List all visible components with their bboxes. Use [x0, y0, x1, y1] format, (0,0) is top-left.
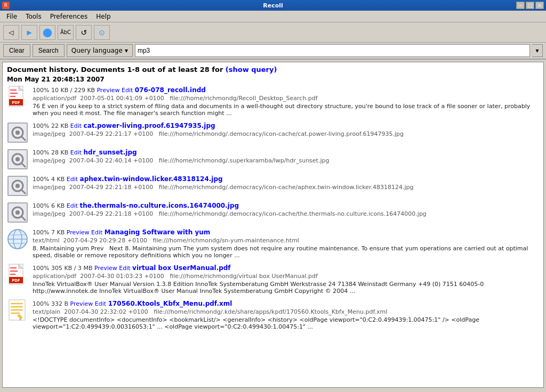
titlebar-left: R: [2, 2, 10, 9]
svg-text:PDF: PDF: [12, 279, 20, 283]
search-dropdown-button[interactable]: ▾: [532, 44, 543, 57]
edit-link[interactable]: Edit: [70, 149, 82, 156]
list-item: 100% 4 KB Edit aphex.twin-window.licker.…: [7, 175, 539, 197]
clear-button[interactable]: Clear: [3, 44, 30, 57]
results-header: Document history. Documents 1-8 out of a…: [7, 66, 539, 74]
result-snippet: 76 E ven if you keep to a strict system …: [33, 103, 539, 117]
edit-link[interactable]: Edit: [95, 300, 106, 307]
searchbar: Clear Search Query language ▾ ▾: [0, 43, 546, 60]
result-snippet: 8. Maintaining yum Prev Next 8. Maintain…: [33, 245, 539, 259]
result-content: 100% 4 KB Edit aphex.twin-window.licker.…: [33, 175, 539, 191]
result-size: 6 KB: [51, 202, 67, 209]
result-content: 100% 22 KB Edit cat.power-living.proof.6…: [33, 122, 539, 137]
list-item: PDF 100% 305 KB / 3 MB Preview Edit virt…: [7, 264, 539, 295]
result-path: image/jpeg 2007-04-29 22:21:18 +0100 fil…: [33, 184, 539, 191]
edit-link[interactable]: Edit: [67, 202, 78, 209]
menubar: File Tools Preferences Help: [0, 11, 546, 22]
list-item: 100% 7 KB Preview Edit Managing Software…: [7, 228, 539, 259]
result-path: image/jpeg 2007-04-30 22:40:14 +0100 fil…: [33, 157, 539, 164]
menu-preferences[interactable]: Preferences: [46, 12, 92, 21]
result-filename[interactable]: hdr_sunset.jpg: [84, 149, 137, 156]
close-button[interactable]: ×: [535, 2, 544, 9]
menu-file[interactable]: File: [2, 12, 21, 21]
query-language-dropdown-icon: ▾: [125, 47, 128, 54]
result-filename[interactable]: aphex.twin-window.licker.48318124.jpg: [80, 175, 223, 183]
preview-link[interactable]: Preview: [97, 87, 120, 94]
result-snippet: InnoTek VirtualBox® User Manual Version …: [33, 281, 539, 295]
preview-link[interactable]: Preview: [70, 300, 93, 307]
result-meta: 100% 10 KB / 229 KB Preview Edit 076-078…: [33, 86, 539, 94]
result-icon-text: [7, 300, 28, 321]
result-meta: 100% 28 KB Edit hdr_sunset.jpg: [33, 149, 539, 156]
result-score: 100%: [33, 149, 49, 156]
search-button[interactable]: Search: [33, 44, 65, 57]
toolbar: ◁ ▶ ⬤ ÂbC ↺ ⊙: [0, 22, 546, 43]
result-size: 332 B: [51, 300, 70, 307]
preview-link[interactable]: Preview: [67, 229, 90, 236]
results-summary: Documents 1-8 out of at least 28 for: [81, 66, 226, 74]
minimize-button[interactable]: −: [516, 2, 525, 9]
result-filename[interactable]: 170560.Ktools_Kbfx_Menu.pdf.xml: [108, 300, 232, 307]
date-header: Mon May 21 20:48:13 2007: [7, 76, 539, 83]
result-score: 100%: [33, 202, 49, 209]
search-input[interactable]: [135, 44, 530, 57]
show-query-link[interactable]: (show query): [226, 66, 277, 74]
result-content: 100% 305 KB / 3 MB Preview Edit virtual …: [33, 264, 539, 295]
result-meta: 100% 6 KB Edit the.thermals-no.culture.i…: [33, 202, 539, 209]
svg-text:PDF: PDF: [12, 101, 20, 105]
results-area: Document history. Documents 1-8 out of a…: [2, 62, 544, 388]
list-item: 100% 28 KB Edit hdr_sunset.jpg image/jpe…: [7, 149, 539, 170]
app-icon: R: [2, 2, 10, 9]
result-size: 28 KB: [51, 149, 70, 156]
result-filename[interactable]: cat.power-living.proof.61947935.jpg: [84, 122, 215, 129]
result-meta: 100% 305 KB / 3 MB Preview Edit virtual …: [33, 264, 539, 272]
result-content: 100% 6 KB Edit the.thermals-no.culture.i…: [33, 202, 539, 217]
maximize-button[interactable]: □: [526, 2, 534, 9]
edit-link[interactable]: Edit: [122, 87, 133, 94]
svg-point-6: [15, 130, 20, 135]
result-size: 7 KB: [51, 229, 67, 236]
result-score: 100%: [33, 229, 49, 236]
result-filename[interactable]: 076-078_recoll.indd: [135, 86, 206, 94]
back-button[interactable]: ◁: [3, 25, 19, 40]
doc-history-title: Document history.: [7, 66, 78, 74]
menu-help[interactable]: Help: [92, 12, 115, 21]
result-filename[interactable]: the.thermals-no.culture.icons.16474000.j…: [80, 202, 239, 209]
preview-link[interactable]: Preview: [94, 265, 117, 272]
result-content: 100% 28 KB Edit hdr_sunset.jpg image/jpe…: [33, 149, 539, 164]
window-title: Recoll: [0, 2, 546, 9]
edit-link[interactable]: Edit: [67, 176, 78, 183]
result-size: 10 KB / 229 KB: [51, 87, 97, 94]
list-item: 100% 22 KB Edit cat.power-living.proof.6…: [7, 122, 539, 143]
edit-link[interactable]: Edit: [119, 265, 130, 272]
list-item: 100% 332 B Preview Edit 170560.Ktools_Kb…: [7, 300, 539, 330]
result-filename[interactable]: Managing Software with yum: [105, 228, 210, 236]
result-icon-image: [7, 175, 28, 197]
svg-point-14: [15, 184, 20, 188]
titlebar: R Recoll − □ ×: [0, 0, 546, 11]
menu-tools[interactable]: Tools: [21, 12, 46, 21]
result-path: text/html 2007-04-29 20:29:28 +0100 file…: [33, 237, 539, 244]
query-language-button[interactable]: Query language ▾: [67, 44, 133, 57]
next-page-button[interactable]: ⊙: [94, 25, 110, 40]
window-controls: − □ ×: [516, 2, 544, 9]
prev-page-button[interactable]: ↺: [76, 25, 92, 40]
result-icon-html: [7, 228, 28, 250]
svg-point-18: [15, 210, 20, 215]
spellcheck-button[interactable]: ÂbC: [58, 25, 74, 40]
result-snippet: <!DOCTYPE documentInfo> <documentInfo> <…: [33, 316, 539, 330]
forward-button[interactable]: ▶: [21, 25, 37, 40]
list-item: PDF 100% 10 KB / 229 KB Preview Edit 076…: [7, 86, 539, 117]
edit-link[interactable]: Edit: [70, 123, 82, 129]
result-icon-image: [7, 122, 28, 143]
result-score: 100%: [33, 87, 49, 94]
edit-link[interactable]: Edit: [91, 229, 102, 236]
result-icon-image: [7, 149, 28, 170]
result-path: text/plain 2007-04-30 22:32:02 +0100 fil…: [33, 308, 539, 315]
result-meta: 100% 4 KB Edit aphex.twin-window.licker.…: [33, 175, 539, 183]
result-path: application/pdf 2007-04-30 01:03:23 +010…: [33, 273, 539, 280]
result-score: 100%: [33, 300, 49, 307]
result-path: image/jpeg 2007-04-29 22:21:18 +0100 fil…: [33, 210, 539, 217]
result-filename[interactable]: virtual box UserManual.pdf: [132, 264, 231, 272]
stop-button[interactable]: ⬤: [39, 25, 55, 40]
